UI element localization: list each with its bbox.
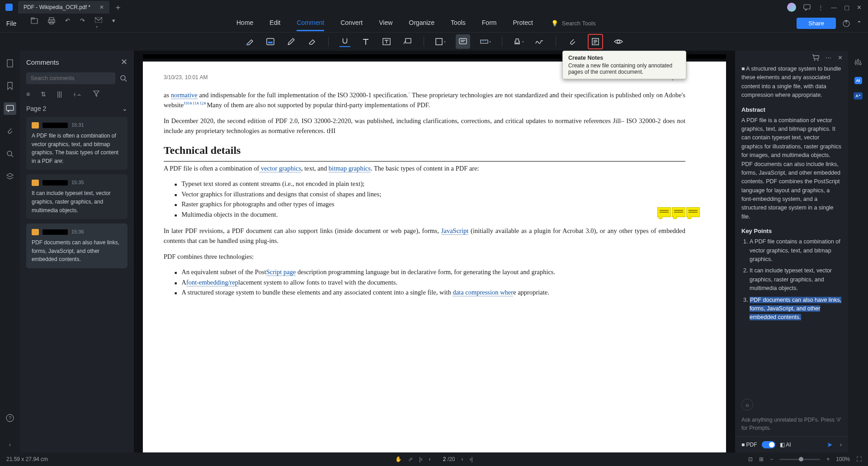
paragraph: as normative and indispensable for the f… bbox=[164, 90, 685, 110]
callout-icon[interactable] bbox=[402, 36, 413, 47]
shape-dropdown-icon[interactable] bbox=[435, 36, 446, 47]
tab-comment[interactable]: Comment bbox=[297, 15, 324, 31]
tab-form[interactable]: Form bbox=[482, 15, 497, 31]
expand-ai-icon[interactable]: › bbox=[840, 442, 842, 448]
sort-icon[interactable]: ≡ bbox=[26, 90, 30, 98]
file-menu[interactable]: File bbox=[0, 20, 23, 27]
layers-icon[interactable] bbox=[4, 170, 16, 183]
tab-home[interactable]: Home bbox=[236, 15, 253, 31]
collapse-sidebar-icon[interactable]: ‹ bbox=[9, 441, 11, 448]
underline-icon[interactable] bbox=[340, 36, 350, 47]
signature-icon[interactable] bbox=[534, 36, 545, 47]
ai-translate-icon[interactable]: A⁺ bbox=[854, 92, 863, 100]
zoom-out-icon[interactable]: − bbox=[770, 456, 773, 462]
open-icon[interactable] bbox=[31, 17, 38, 29]
tab-edit[interactable]: Edit bbox=[269, 15, 280, 31]
maximize-icon[interactable]: ▢ bbox=[844, 4, 849, 11]
attachments-nav-icon[interactable] bbox=[4, 125, 16, 138]
filter-3-icon[interactable]: ⫞⫠ bbox=[73, 90, 82, 98]
collapse-ribbon-icon[interactable]: ⌃ bbox=[857, 20, 862, 27]
close-ai-icon[interactable]: ✕ bbox=[838, 54, 843, 61]
properties-icon[interactable] bbox=[852, 56, 864, 69]
filter-2-icon[interactable]: ||| bbox=[57, 90, 62, 98]
text-icon[interactable] bbox=[360, 36, 371, 47]
select-tool-icon[interactable]: ⬀ bbox=[408, 456, 413, 462]
suggestions-icon[interactable]: ☼ bbox=[741, 399, 753, 410]
comment-card[interactable]: 15:31 A PDF file is often a combination … bbox=[26, 117, 127, 170]
close-tab-icon[interactable]: ✕ bbox=[99, 4, 104, 10]
page-size-label: 21.59 x 27.94 cm bbox=[6, 456, 48, 462]
attachment-icon[interactable] bbox=[567, 36, 578, 47]
tab-view[interactable]: View bbox=[379, 15, 392, 31]
svg-rect-18 bbox=[6, 105, 14, 110]
mode-toggle[interactable] bbox=[762, 441, 775, 448]
tab-protect[interactable]: Protect bbox=[513, 15, 533, 31]
highlight-icon[interactable] bbox=[244, 36, 255, 47]
last-page-icon[interactable]: ›| bbox=[470, 456, 473, 462]
search-icon[interactable] bbox=[120, 75, 127, 82]
ai-prompt-placeholder[interactable]: Ask anything unrelated to PDFs. Press '#… bbox=[741, 416, 842, 432]
hide-annotations-icon[interactable] bbox=[613, 36, 624, 47]
minimize-icon[interactable]: — bbox=[831, 4, 837, 11]
print-icon[interactable] bbox=[48, 17, 55, 29]
send-icon[interactable]: ➤ bbox=[827, 441, 833, 449]
fit-width-icon[interactable]: ⊡ bbox=[748, 456, 753, 462]
first-page-icon[interactable]: |‹ bbox=[419, 456, 422, 462]
zoom-in-icon[interactable]: + bbox=[826, 456, 830, 462]
more-icon[interactable]: ⋯ bbox=[826, 54, 831, 61]
document-tab[interactable]: PDF - Wikipedia_OCR.pdf * ✕ bbox=[18, 1, 109, 14]
document-viewport[interactable]: Create Notes Create a new file containin… bbox=[134, 51, 735, 452]
comment-card[interactable]: 15:36 PDF documents can also have links,… bbox=[26, 223, 127, 268]
more-menu-icon[interactable]: ▾ bbox=[112, 17, 115, 29]
ai-badge-icon[interactable]: AI bbox=[854, 77, 862, 84]
bookmarks-icon[interactable] bbox=[4, 80, 16, 92]
area-highlight-icon[interactable] bbox=[265, 36, 276, 47]
prev-page-icon[interactable]: ‹ bbox=[429, 456, 430, 462]
thumbnails-icon[interactable] bbox=[4, 57, 16, 70]
stamp-dropdown-icon[interactable] bbox=[513, 36, 524, 47]
help-icon[interactable]: ? bbox=[6, 414, 14, 422]
tab-organize[interactable]: Organize bbox=[409, 15, 434, 31]
sticky-note-icon[interactable] bbox=[686, 207, 700, 217]
textbox-icon[interactable] bbox=[381, 36, 392, 47]
comment-card[interactable]: 15:35 It can include typeset text, vecto… bbox=[26, 174, 127, 219]
filter-funnel-icon[interactable] bbox=[93, 90, 99, 98]
tab-convert[interactable]: Convert bbox=[340, 15, 363, 31]
new-tab-button[interactable]: ＋ bbox=[114, 2, 122, 13]
tab-tools[interactable]: Tools bbox=[451, 15, 466, 31]
sticky-note-cluster[interactable] bbox=[657, 207, 700, 217]
mail-dropdown-icon[interactable] bbox=[95, 17, 102, 29]
note-icon[interactable] bbox=[456, 34, 470, 49]
paragraph: In December 2020, the second edition of … bbox=[164, 116, 685, 136]
fit-page-icon[interactable]: ⊞ bbox=[759, 456, 764, 462]
page-input[interactable] bbox=[437, 456, 446, 462]
measure-dropdown-icon[interactable] bbox=[480, 36, 491, 47]
zoom-slider[interactable] bbox=[779, 459, 820, 460]
filter-1-icon[interactable]: ⇅ bbox=[41, 90, 46, 98]
undo-icon[interactable]: ↶ bbox=[65, 17, 70, 29]
bullet-list: An equivalent subset of the PostScript p… bbox=[175, 267, 685, 297]
cloud-sync-icon[interactable] bbox=[842, 19, 850, 28]
redo-icon[interactable]: ↷ bbox=[80, 17, 85, 29]
sticky-note-icon[interactable] bbox=[657, 207, 671, 217]
cart-icon[interactable] bbox=[812, 54, 819, 61]
create-notes-icon[interactable] bbox=[588, 34, 603, 49]
page-header-left: 3/10/23, 10:01 AM bbox=[164, 73, 208, 82]
search-nav-icon[interactable] bbox=[4, 147, 16, 160]
avatar[interactable] bbox=[787, 3, 796, 12]
sticky-note-icon[interactable] bbox=[672, 207, 685, 217]
hand-tool-icon[interactable]: ✋ bbox=[395, 456, 402, 462]
close-comments-icon[interactable]: ✕ bbox=[121, 57, 127, 67]
share-button[interactable]: Share bbox=[797, 18, 836, 29]
fullscreen-icon[interactable]: ⛶ bbox=[856, 456, 862, 462]
search-comments-input[interactable] bbox=[26, 72, 115, 84]
close-window-icon[interactable]: ✕ bbox=[857, 4, 862, 11]
pencil-icon[interactable] bbox=[286, 36, 297, 47]
next-page-icon[interactable]: › bbox=[462, 456, 463, 462]
kebab-menu-icon[interactable]: ⋮ bbox=[818, 4, 824, 11]
comments-nav-icon[interactable] bbox=[4, 102, 16, 115]
comment-bubble-icon[interactable] bbox=[803, 4, 811, 11]
search-tools[interactable]: 💡 Search Tools bbox=[551, 20, 596, 27]
page-section-toggle[interactable]: Page 2 ⌄ bbox=[26, 105, 127, 112]
eraser-icon[interactable] bbox=[307, 36, 317, 47]
